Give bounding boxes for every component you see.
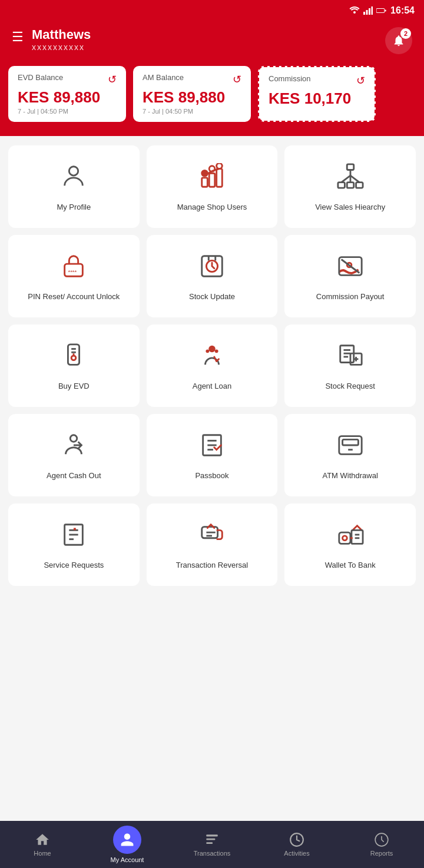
nav-activities[interactable]: Activities	[254, 821, 339, 868]
svg-rect-10	[209, 173, 215, 187]
svg-point-34	[208, 346, 216, 353]
menu-item-label: My Profile	[57, 203, 91, 213]
svg-point-14	[217, 163, 223, 169]
balance-section: EVD Balance ↺ KES 89,880 7 - Jul | 04:50…	[0, 66, 424, 136]
menu-item-commission-payout[interactable]: Commission Payout	[284, 235, 416, 317]
commission-icon	[337, 253, 364, 285]
svg-point-8	[69, 167, 78, 175]
menu-item-label: Agent Loan	[193, 382, 232, 392]
svg-text:****: ****	[68, 269, 77, 275]
svg-rect-6	[377, 9, 381, 12]
reversal-icon	[198, 521, 226, 554]
am-balance-card[interactable]: AM Balance ↺ KES 89,880 7 - Jul | 04:50 …	[133, 66, 251, 122]
svg-rect-18	[338, 183, 345, 188]
commission-refresh-icon[interactable]: ↺	[356, 74, 365, 87]
menu-item-label: Commission Payout	[316, 292, 385, 302]
evd-balance-label: EVD Balance	[18, 73, 63, 82]
user-name: Matthews	[32, 27, 91, 42]
nav-home[interactable]: Home	[0, 821, 85, 868]
menu-button[interactable]: ☰	[12, 29, 24, 45]
menu-item-label: Transaction Reversal	[176, 561, 248, 571]
status-bar: 16:54	[0, 0, 424, 21]
menu-item-stock-request[interactable]: Stock Request	[284, 324, 416, 407]
nav-transactions[interactable]: Transactions	[170, 821, 254, 868]
svg-point-0	[353, 11, 356, 14]
commission-balance-amount: KES 10,170	[269, 90, 365, 108]
menu-item-wallet-to-bank[interactable]: Wallet To Bank	[284, 503, 416, 586]
menu-item-service-requests[interactable]: Service Requests	[8, 503, 140, 586]
bottom-nav: Home My Account Transactions Activities …	[0, 821, 424, 868]
svg-rect-51	[342, 439, 358, 445]
menu-item-agent-cash-out[interactable]: Agent Cash Out	[8, 414, 140, 496]
svg-line-23	[350, 175, 359, 183]
menu-item-label: Stock Request	[325, 382, 375, 392]
nav-reports[interactable]: Reports	[339, 821, 424, 868]
svg-point-33	[71, 356, 76, 360]
am-refresh-icon[interactable]: ↺	[233, 73, 241, 86]
menu-item-stock-update[interactable]: Stock Update	[147, 235, 278, 317]
menu-item-manage-shop-users[interactable]: Manage Shop Users	[147, 145, 278, 228]
svg-line-22	[341, 175, 350, 183]
svg-rect-60	[339, 532, 350, 544]
evd-balance-card[interactable]: EVD Balance ↺ KES 89,880 7 - Jul | 04:50…	[8, 66, 126, 122]
svg-rect-7	[385, 10, 386, 12]
svg-rect-62	[352, 530, 363, 544]
svg-rect-4	[372, 6, 373, 15]
wallet-bank-icon	[337, 521, 364, 554]
evd-refresh-icon[interactable]: ↺	[108, 73, 117, 86]
notification-button[interactable]: 2	[385, 27, 412, 54]
svg-rect-11	[217, 169, 223, 187]
menu-item-passbook[interactable]: Passbook	[147, 414, 278, 496]
menu-item-pin-reset[interactable]: **** PIN Reset/ Account Unlock	[8, 235, 140, 317]
svg-rect-20	[356, 183, 363, 188]
stock-request-icon	[337, 342, 364, 375]
menu-item-view-sales-hierarchy[interactable]: View Sales Hiearchy	[284, 145, 416, 228]
svg-point-44	[71, 435, 78, 442]
person-icon	[60, 163, 87, 196]
pin-icon: ****	[60, 253, 87, 285]
atm-icon	[337, 432, 364, 464]
am-balance-label: AM Balance	[143, 73, 184, 82]
svg-rect-9	[202, 178, 208, 187]
buy-evd-icon	[60, 342, 87, 375]
nav-home-label: Home	[34, 850, 51, 857]
svg-point-35	[206, 350, 209, 353]
svg-rect-66	[206, 839, 215, 840]
svg-rect-19	[347, 183, 354, 188]
nav-my-account[interactable]: My Account	[85, 821, 170, 868]
menu-item-label: Stock Update	[189, 292, 235, 302]
svg-point-36	[215, 350, 218, 353]
svg-point-61	[342, 536, 347, 541]
menu-item-transaction-reversal[interactable]: Transaction Reversal	[147, 503, 278, 586]
user-code: xxxxxxxxxx	[32, 42, 91, 52]
menu-item-my-profile[interactable]: My Profile	[8, 145, 140, 228]
menu-item-label: View Sales Hiearchy	[315, 203, 385, 213]
menu-item-buy-evd[interactable]: Buy EVD	[8, 324, 140, 407]
svg-line-16	[212, 169, 219, 171]
menu-item-label: ATM Withdrawal	[322, 471, 377, 481]
menu-grid: My Profile Manage Shop Users View Sales …	[0, 136, 424, 595]
nav-reports-label: Reports	[370, 850, 393, 857]
menu-item-label: Manage Shop Users	[177, 203, 247, 213]
menu-item-label: Agent Cash Out	[47, 471, 101, 481]
manage-icon	[198, 163, 226, 196]
evd-balance-amount: KES 89,880	[18, 88, 117, 107]
svg-rect-65	[206, 834, 218, 836]
am-balance-time: 7 - Jul | 04:50 PM	[143, 108, 241, 115]
hierarchy-icon	[337, 163, 364, 196]
svg-rect-3	[369, 8, 370, 15]
commission-balance-card[interactable]: Commission ↺ KES 10,170	[258, 66, 376, 122]
header: ☰ Matthews xxxxxxxxxx 2	[0, 21, 424, 66]
nav-activities-label: Activities	[284, 850, 309, 857]
service-icon	[60, 521, 87, 554]
menu-item-agent-loan[interactable]: Agent Loan	[147, 324, 278, 407]
stock-update-icon	[198, 253, 226, 285]
menu-item-label: PIN Reset/ Account Unlock	[28, 292, 120, 302]
menu-item-label: Service Requests	[44, 561, 104, 571]
nav-transactions-label: Transactions	[194, 850, 231, 857]
menu-item-atm-withdrawal[interactable]: ATM Withdrawal	[284, 414, 416, 496]
menu-item-label: Wallet To Bank	[325, 561, 376, 571]
loan-icon	[198, 342, 226, 375]
time-display: 16:54	[390, 5, 415, 16]
am-balance-amount: KES 89,880	[143, 88, 241, 107]
